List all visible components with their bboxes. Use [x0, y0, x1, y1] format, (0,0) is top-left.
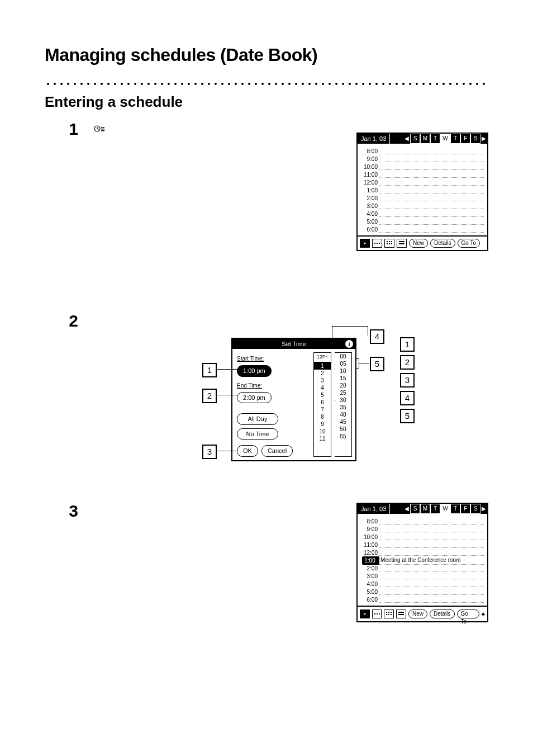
time-slot-line[interactable] [379, 534, 484, 540]
end-time-button[interactable]: 2:00 pm [237, 392, 272, 404]
time-slot-line[interactable] [379, 219, 484, 225]
minute-option[interactable]: 35 [335, 404, 351, 411]
view-day-icon[interactable] [360, 239, 370, 248]
time-slot-label[interactable]: 5:00 [359, 218, 379, 226]
hour-option[interactable]: 1 [314, 362, 331, 370]
minute-option[interactable]: 00 [335, 353, 351, 360]
time-slot-label[interactable]: 8:00 [359, 517, 379, 526]
time-slot-label[interactable]: 10:00 [359, 533, 379, 541]
minute-option[interactable]: 15 [335, 375, 351, 382]
time-slot-line[interactable] [379, 542, 484, 548]
new-button[interactable]: New [409, 239, 428, 248]
time-slot-line[interactable] [379, 195, 484, 201]
day-mon[interactable]: M [420, 134, 430, 144]
hour-option[interactable]: 3 [314, 377, 331, 384]
time-slot-label[interactable]: 6:00 [359, 596, 379, 604]
day-sat[interactable]: S [470, 134, 480, 144]
entry-text[interactable]: Meeting at the Conference room [379, 556, 484, 565]
time-slot-label[interactable]: 11:00 [359, 541, 379, 549]
time-slot-line[interactable] [379, 581, 484, 587]
time-slot-line[interactable] [379, 226, 484, 233]
minute-option[interactable]: 25 [335, 389, 351, 396]
new-button[interactable]: New [408, 609, 427, 618]
day-tue[interactable]: T [430, 504, 440, 514]
view-agenda-icon[interactable] [396, 609, 406, 618]
start-time-button[interactable]: 1:00 pm [237, 365, 272, 377]
hour-option[interactable]: 10 [314, 428, 331, 435]
time-slot-label[interactable]: 3:00 [359, 572, 379, 580]
day-sat[interactable]: S [470, 504, 480, 514]
next-day-arrow[interactable]: ▶ [480, 504, 487, 514]
view-day-icon[interactable] [360, 609, 370, 618]
time-slot-label[interactable]: 8:00 [359, 147, 379, 155]
time-slot-label[interactable]: 4:00 [359, 210, 379, 218]
hour-option[interactable]: 4 [314, 384, 331, 391]
time-slot-line[interactable] [379, 203, 484, 209]
time-slot-line[interactable] [379, 164, 484, 170]
time-slot-label[interactable]: 1:00 [359, 186, 379, 195]
details-button[interactable]: Details [430, 609, 455, 618]
time-slot-label[interactable]: 3:00 [359, 202, 379, 210]
time-slot-line[interactable] [379, 148, 484, 154]
day-mon[interactable]: M [420, 504, 430, 514]
time-slot-label[interactable]: 12:00 [359, 549, 379, 557]
ok-button[interactable]: OK [237, 445, 258, 457]
time-slot-line[interactable] [379, 526, 484, 532]
hour-option[interactable]: 6 [314, 399, 331, 406]
entry-time[interactable]: 1:00 [362, 556, 379, 565]
prev-day-arrow[interactable]: ◀ [403, 134, 410, 144]
view-week-icon[interactable] [372, 239, 382, 248]
hour-option[interactable]: 2 [314, 370, 331, 377]
time-slot-line[interactable] [379, 179, 484, 186]
time-slot-line[interactable] [379, 172, 484, 178]
next-day-arrow[interactable]: ▶ [480, 134, 487, 144]
time-slot-label[interactable]: 2:00 [359, 194, 379, 202]
hour-option[interactable]: 7 [314, 406, 331, 413]
minute-option[interactable]: 50 [335, 426, 351, 433]
time-slot-label[interactable]: 6:00 [359, 225, 379, 234]
day-wed[interactable]: W [440, 134, 450, 144]
time-slot-label[interactable]: 5:00 [359, 588, 379, 596]
minute-option[interactable]: 30 [335, 396, 351, 404]
time-slot-line[interactable] [379, 187, 484, 193]
goto-button[interactable]: Go To [458, 239, 480, 248]
goto-button[interactable]: Go To [457, 609, 479, 618]
prev-day-arrow[interactable]: ◀ [403, 504, 410, 514]
cancel-button[interactable]: Cancel [261, 445, 293, 457]
no-time-button[interactable]: No Time [237, 428, 278, 440]
time-slot-line[interactable] [379, 550, 484, 556]
time-slot-line[interactable] [379, 518, 484, 525]
day-sun[interactable]: S [410, 504, 420, 514]
day-fri[interactable]: F [460, 504, 470, 514]
minute-option[interactable]: 40 [335, 411, 351, 418]
hour-option[interactable]: 8 [314, 413, 331, 420]
time-slot-line[interactable] [379, 597, 484, 603]
day-tue[interactable]: T [430, 134, 440, 144]
minute-option[interactable]: 55 [335, 433, 351, 440]
view-month-icon[interactable] [384, 239, 394, 248]
time-slot-line[interactable] [379, 211, 484, 217]
minute-list[interactable]: 00 05 10 15 20 25 30 35 40 45 50 55 [335, 352, 352, 457]
time-slot-line[interactable] [379, 565, 484, 571]
day-sun[interactable]: S [410, 134, 420, 144]
time-slot-line[interactable] [379, 156, 484, 162]
day-fri[interactable]: F [460, 134, 470, 144]
minute-option[interactable]: 05 [335, 360, 351, 367]
all-day-button[interactable]: All Day [237, 413, 278, 425]
day-wed[interactable]: W [440, 504, 450, 514]
day-thu[interactable]: T [450, 134, 460, 144]
minute-option[interactable]: 10 [335, 367, 351, 375]
hour-list[interactable]: 12P↑ 1 2 3 4 5 6 7 8 9 10 11 [313, 352, 331, 457]
view-month-icon[interactable] [384, 609, 394, 618]
time-slot-label[interactable]: 2:00 [359, 564, 379, 573]
minute-option[interactable]: 20 [335, 382, 351, 389]
info-icon[interactable]: i [345, 340, 353, 348]
time-slot-label[interactable]: 9:00 [359, 155, 379, 163]
minute-option[interactable]: 45 [335, 418, 351, 426]
details-button[interactable]: Details [430, 239, 455, 248]
day-thu[interactable]: T [450, 504, 460, 514]
time-slot-line[interactable] [379, 573, 484, 579]
time-slot-label[interactable]: 4:00 [359, 580, 379, 588]
time-slot-label[interactable]: 12:00 [359, 178, 379, 187]
time-slot-line[interactable] [379, 589, 484, 595]
